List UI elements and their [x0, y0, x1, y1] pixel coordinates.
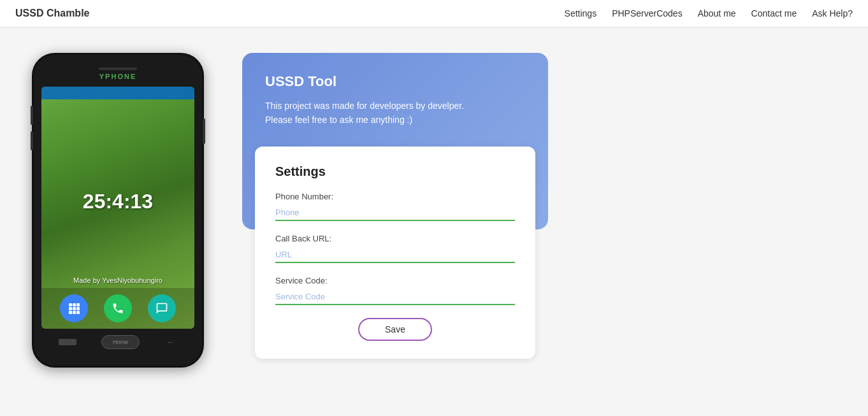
- phone-bottom-bar: Home ←: [41, 329, 194, 353]
- phone-side-button-left-top: [31, 106, 33, 125]
- settings-title: Settings: [275, 164, 515, 179]
- phone-screen-inner: 25:4:13 Made by YvesNiyobuhungiro: [41, 87, 194, 329]
- svg-rect-4: [73, 307, 76, 310]
- nav-about-me[interactable]: About me: [698, 8, 736, 18]
- save-button[interactable]: Save: [358, 318, 432, 341]
- phone-brand: YPHONE: [99, 73, 136, 80]
- callback-url-label: Call Back URL:: [275, 234, 515, 243]
- svg-rect-2: [76, 303, 80, 306]
- main-content: YPHONE 25:4:13 Made by YvesNiyobuhungiro: [0, 27, 868, 393]
- callback-url-group: Call Back URL:: [275, 234, 515, 263]
- hero-desc-line2: Please feel free to ask me anything :): [265, 115, 412, 125]
- service-code-label: Service Code:: [275, 276, 515, 285]
- callback-url-input[interactable]: [275, 247, 515, 263]
- svg-rect-3: [69, 307, 72, 310]
- service-code-input[interactable]: [275, 289, 515, 305]
- phone-screen: 25:4:13 Made by YvesNiyobuhungiro: [41, 87, 194, 329]
- svg-rect-5: [76, 307, 80, 310]
- dock-message-icon[interactable]: [148, 294, 176, 322]
- phone-home-button[interactable]: Home: [101, 335, 140, 349]
- back-icon: ←: [166, 337, 175, 347]
- svg-rect-7: [73, 311, 76, 314]
- phone-menu-button: [59, 339, 76, 345]
- nav-ask-help[interactable]: Ask Help?: [812, 8, 853, 18]
- navbar: USSD Chamble Settings PHPServerCodes Abo…: [0, 0, 868, 27]
- phone-credit: Made by YvesNiyobuhungiro: [73, 276, 163, 284]
- phone-back-button[interactable]: ←: [164, 336, 177, 348]
- nav-settings[interactable]: Settings: [565, 8, 597, 18]
- svg-rect-1: [73, 303, 76, 306]
- phone-side-button-left-bottom: [31, 131, 33, 150]
- phone-mockup: YPHONE 25:4:13 Made by YvesNiyobuhungiro: [32, 53, 204, 368]
- dock-phone-icon[interactable]: [104, 294, 132, 322]
- nav-contact-me[interactable]: Contact me: [751, 8, 797, 18]
- svg-rect-0: [69, 303, 72, 306]
- phone-speaker: [99, 68, 137, 70]
- phone-side-button-right: [203, 118, 205, 144]
- phone-container: YPHONE 25:4:13 Made by YvesNiyobuhungiro: [32, 53, 204, 368]
- svg-rect-8: [76, 311, 80, 314]
- nav-links: Settings PHPServerCodes About me Contact…: [565, 8, 853, 18]
- hero-title: USSD Tool: [265, 73, 525, 90]
- phone-number-input[interactable]: [275, 205, 515, 221]
- phone-number-group: Phone Number:: [275, 192, 515, 221]
- hero-description: This project was made for developers by …: [265, 99, 525, 127]
- phone-clock: 25:4:13: [83, 190, 153, 213]
- nav-php-server-codes[interactable]: PHPServerCodes: [612, 8, 683, 18]
- phone-top-bar: YPHONE: [41, 68, 194, 83]
- dock-apps-icon[interactable]: [60, 294, 88, 322]
- app-brand: USSD Chamble: [15, 8, 89, 19]
- right-panel: USSD Tool This project was made for deve…: [242, 53, 548, 359]
- phone-dock: [41, 288, 194, 329]
- svg-rect-6: [69, 311, 72, 314]
- settings-card: Settings Phone Number: Call Back URL: Se…: [255, 147, 535, 359]
- home-label: Home: [113, 339, 128, 345]
- hero-desc-line1: This project was made for developers by …: [265, 101, 464, 111]
- phone-number-label: Phone Number:: [275, 192, 515, 201]
- service-code-group: Service Code:: [275, 276, 515, 305]
